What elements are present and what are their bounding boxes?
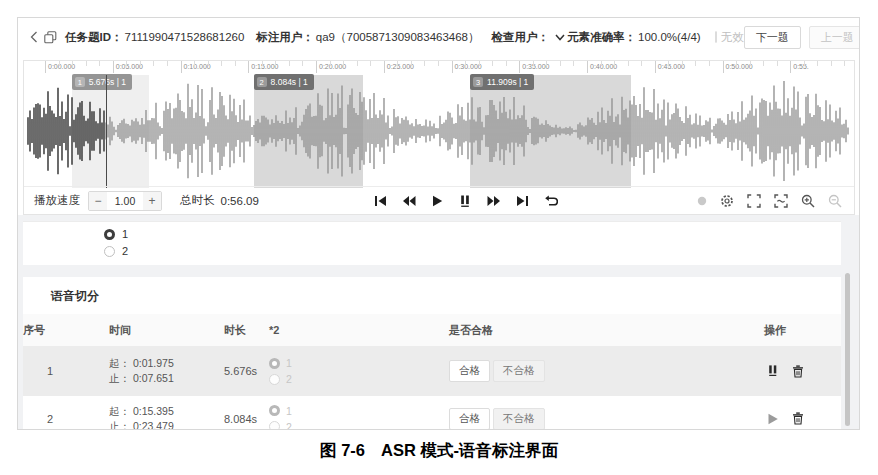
record-dot-icon[interactable] [697,196,707,206]
view-controls [697,187,842,215]
radio-option-1[interactable]: 1 [269,405,449,417]
accuracy-value: 100.0%(4/4) [638,31,701,43]
task-id-label: 任务题ID： [65,30,123,45]
radio-option-2[interactable]: 2 [104,245,128,257]
radio-option-1[interactable]: 1 [104,228,128,240]
accuracy-label: 元素准确率： [567,30,636,45]
radio-selected-icon[interactable] [269,358,280,369]
row-fail-button[interactable]: 不合格 [493,360,545,382]
qualify-buttons: 合格 不合格 [449,408,764,430]
trash-icon[interactable] [792,365,804,378]
header-duration: 时长 [224,323,269,338]
section-title: 语音切分 [23,277,841,314]
invalid-label: 无效 [721,30,744,45]
prev-question-button[interactable]: 上一题 [809,26,860,49]
annotator-value: qa9（7005871309083463468） [316,30,480,45]
playback-controls: 播放速度 − 1.00 + 总时长 0:56.09 [24,186,854,214]
row-time: 起： 0:01.975 止： 0:07.651 [109,356,224,386]
zoom-in-icon[interactable] [801,194,815,208]
radio-unselected-icon[interactable] [269,421,280,430]
screenshot-frame: 任务题ID： 7111990471528681260 标注用户： qa9（700… [17,17,860,430]
radio-selected-icon[interactable] [104,229,115,240]
speed-plus-button[interactable]: + [143,192,161,210]
segment-badge-row: 15.676s | 128.084s | 1311.909s | 1 [24,74,854,90]
pause-icon[interactable] [767,365,779,377]
row-pass-button[interactable]: 合格 [449,408,490,430]
header-attr: *2 [269,324,449,336]
checker-label: 检查用户： [492,30,550,45]
row-duration: 5.676s [224,365,269,377]
row-fail-button[interactable]: 不合格 [493,408,545,430]
row-attr-radios: 1 2 [269,405,449,431]
segment-badge[interactable]: 28.084s | 1 [254,74,314,90]
next-question-button[interactable]: 下一题 [744,26,801,49]
qualify-buttons: 合格 不合格 [449,360,764,382]
transport-controls [374,187,558,215]
playhead-cursor[interactable] [106,75,107,188]
total-duration-value: 0:56.09 [221,195,259,207]
figure-caption: 图 7-6ASR 模式-语音标注界面 [0,440,878,462]
row-pass-button[interactable]: 合格 [449,360,490,382]
task-id-value: 7111990471528681260 [125,31,245,43]
radio-option-label: 2 [122,245,128,257]
header-no: 序号 [23,323,109,338]
copy-icon[interactable] [44,31,57,44]
radio-option-2[interactable]: 2 [269,421,449,431]
speed-minus-button[interactable]: − [89,192,107,210]
top-bar: 任务题ID： 7111990471528681260 标注用户： qa9（700… [18,18,859,56]
settings-gear-icon[interactable] [720,194,734,208]
radio-unselected-icon[interactable] [104,246,115,257]
table-row[interactable]: 2 起： 0:15.395 止： 0:23.479 8.084s 1 2 [23,396,841,430]
segment-badge[interactable]: 311.909s | 1 [470,74,534,90]
rewind-icon[interactable] [402,195,416,207]
speed-label: 播放速度 [34,193,80,208]
back-chevron-icon[interactable] [30,31,38,43]
fullscreen-icon[interactable] [747,194,761,208]
replay-icon[interactable] [544,195,558,208]
row-no: 2 [23,413,109,425]
annotator-label: 标注用户： [256,30,314,45]
radio-option-label: 1 [122,228,128,240]
total-duration-label: 总时长 [180,193,215,208]
fast-forward-icon[interactable] [487,195,501,207]
skip-end-icon[interactable] [516,195,529,207]
time-ruler[interactable]: 0:00.0000:05.0000:10.0000:15.0000:20.000… [24,61,854,75]
row-no: 1 [23,365,109,377]
attribute-radio-group: 1 2 [104,228,128,257]
row-time: 起： 0:15.395 止： 0:23.479 [109,404,224,431]
speech-segment-card: 语音切分 序号 时间 时长 *2 是否合格 操作 1 起： 0:01.975 止… [23,277,841,430]
invalid-checkbox[interactable] [715,31,717,43]
radio-option-1[interactable]: 1 [269,357,449,369]
play-icon[interactable] [767,413,779,425]
speed-value: 1.00 [107,195,143,207]
trash-icon[interactable] [792,412,804,425]
speed-stepper: − 1.00 + [88,191,162,211]
skip-start-icon[interactable] [374,195,387,207]
fit-waveform-icon[interactable] [774,194,788,208]
pause-icon[interactable] [458,195,472,208]
row-duration: 8.084s [224,413,269,425]
row-attr-radios: 1 2 [269,357,449,385]
table-row[interactable]: 1 起： 0:01.975 止： 0:07.651 5.676s 1 2 [23,346,841,396]
lower-scroll-region: 1 2 语音切分 序号 时间 时长 *2 是否合格 操作 1 [18,215,859,429]
header-operations: 操作 [764,323,841,338]
waveform[interactable] [24,75,854,188]
header-time: 时间 [109,323,224,338]
segment-badge[interactable]: 15.676s | 1 [72,74,132,90]
waveform-panel: 0:00.0000:05.0000:10.0000:15.0000:20.000… [23,60,855,215]
radio-unselected-icon[interactable] [269,374,280,385]
header-qualified: 是否合格 [449,323,764,338]
row-operations [764,365,841,378]
play-icon[interactable] [431,195,443,207]
chevron-down-icon[interactable] [555,34,565,41]
attribute-panel: 1 2 [23,221,841,265]
zoom-out-icon[interactable] [828,194,842,208]
radio-selected-icon[interactable] [269,405,280,416]
row-operations [764,412,841,425]
table-header-row: 序号 时间 时长 *2 是否合格 操作 [23,314,841,346]
vertical-scrollbar[interactable] [845,273,850,426]
radio-option-2[interactable]: 2 [269,373,449,385]
